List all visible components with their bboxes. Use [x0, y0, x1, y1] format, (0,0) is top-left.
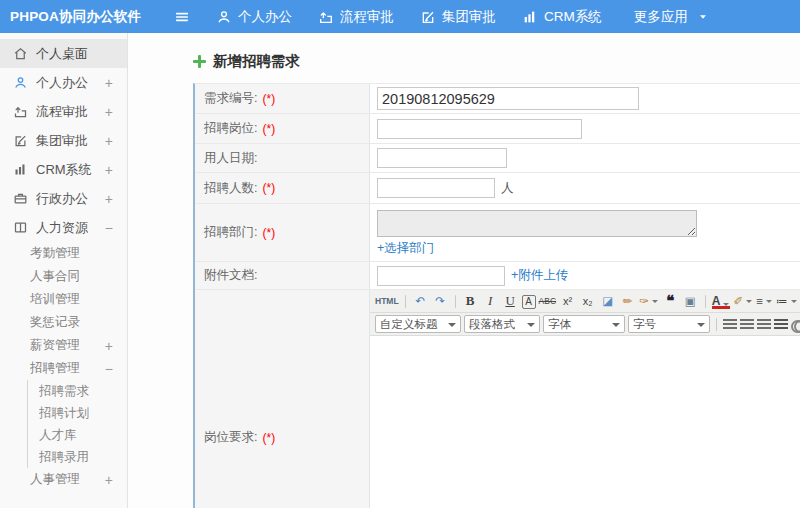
department-textarea[interactable] — [377, 210, 697, 237]
underline-button[interactable]: U — [502, 292, 519, 311]
sidebar-item-contract[interactable]: 人事合同 — [0, 265, 127, 288]
sidebar-item-label: 招聘管理 — [30, 360, 80, 377]
requirements-value-cell: HTML ↶ ↷ B — [370, 290, 800, 508]
required-mark: (*) — [262, 92, 275, 106]
italic-button[interactable]: I — [482, 292, 499, 311]
nav-item-icon — [216, 8, 232, 24]
expand-toggle[interactable]: + — [105, 473, 113, 487]
form-row-position: 招聘岗位: (*) — [195, 114, 800, 144]
sidebar-item-talent-pool[interactable]: 人才库 — [27, 424, 127, 446]
sidebar-item-label: 行政办公 — [36, 190, 88, 208]
label-text: 岗位要求: — [204, 429, 257, 446]
attachment-input[interactable] — [377, 266, 505, 286]
attachment-value-cell: +附件上传 — [370, 262, 800, 289]
form-row-date: 用人日期: — [195, 144, 800, 173]
separator — [455, 295, 456, 308]
font-family-select[interactable]: 字体 — [543, 315, 625, 333]
expand-toggle[interactable]: − — [105, 362, 113, 376]
align-center-button[interactable] — [740, 319, 754, 330]
label-text: 用人日期: — [204, 150, 257, 167]
font-size-select[interactable]: 字号 — [628, 315, 710, 333]
link-button[interactable] — [791, 320, 800, 329]
align-justify-button[interactable] — [774, 319, 788, 330]
expand-toggle[interactable]: + — [105, 192, 113, 206]
more-apps-caret[interactable] — [698, 9, 714, 24]
demand-no-input[interactable] — [377, 87, 639, 110]
required-mark: (*) — [262, 226, 275, 240]
sidebar-item-personnel[interactable]: 人事管理 + — [0, 468, 127, 491]
sidebar-item-icon — [13, 220, 29, 235]
ordered-list-button[interactable]: ≡ — [756, 292, 773, 311]
editor-toolbar-row2: 自定义标题 段落格式 字体 字号 — [370, 313, 800, 336]
demand-no-label: 需求编号: (*) — [195, 84, 370, 113]
date-input[interactable] — [377, 148, 507, 168]
nav-item-label: 个人办公 — [238, 8, 292, 26]
sidebar-item-desktop[interactable]: 个人桌面 — [0, 39, 127, 68]
paint-button[interactable]: ✑ — [639, 292, 659, 311]
sidebar-item-label: 培训管理 — [30, 291, 80, 308]
sidebar-item-recruit-hire[interactable]: 招聘录用 — [27, 446, 127, 468]
format-painter-button[interactable]: ✏ — [619, 292, 636, 311]
label-text: 需求编号: — [204, 90, 257, 107]
editor-body[interactable] — [370, 336, 800, 508]
sidebar-item-recruit-demand[interactable]: 招聘需求 — [27, 380, 127, 402]
app-logo[interactable]: PHPOA协同办公软件 — [0, 8, 128, 26]
nav-group-approval[interactable]: 集团审批 — [420, 8, 496, 26]
attachment-upload-link[interactable]: +附件上传 — [511, 267, 568, 284]
position-input[interactable] — [377, 119, 582, 139]
redo-button[interactable]: ↷ — [432, 292, 449, 311]
heading-select[interactable]: 自定义标题 — [375, 315, 461, 333]
sidebar-item-group-approval[interactable]: 集团审批 + — [0, 126, 127, 155]
nav-item-label: 集团审批 — [442, 8, 496, 26]
sidebar-item-attendance[interactable]: 考勤管理 — [0, 242, 127, 265]
eraser-button[interactable]: ◪ — [599, 292, 616, 311]
char-border-button[interactable]: A — [522, 295, 536, 309]
required-mark: (*) — [262, 181, 275, 195]
expand-toggle[interactable]: + — [105, 76, 113, 90]
expand-toggle[interactable]: + — [105, 163, 113, 177]
nav-personal-office[interactable]: 个人办公 — [216, 8, 292, 26]
sidebar-item-label: 个人办公 — [36, 74, 88, 92]
required-mark: (*) — [262, 431, 275, 445]
sidebar-item-personal-office[interactable]: 个人办公 + — [0, 68, 127, 97]
blockquote-button[interactable]: ❝ — [662, 292, 679, 311]
undo-button[interactable]: ↶ — [412, 292, 429, 311]
expand-toggle[interactable]: − — [105, 221, 113, 235]
align-right-button[interactable] — [757, 319, 771, 330]
superscript-button[interactable]: x² — [559, 292, 576, 311]
date-value-cell — [370, 144, 800, 172]
headcount-input[interactable] — [377, 178, 495, 198]
select-department-link[interactable]: +选择部门 — [377, 240, 434, 257]
sidebar-item-recruit-mgmt[interactable]: 招聘管理 − — [0, 357, 127, 380]
sidebar: 个人桌面 个人办公 + 流程审批 + 集团审批 — [0, 33, 128, 508]
sidebar-item-label: 招聘需求 — [39, 383, 89, 400]
headcount-unit: 人 — [501, 180, 514, 197]
unordered-list-button[interactable]: ≔ — [776, 292, 798, 311]
bold-button[interactable]: B — [462, 292, 479, 311]
paragraph-select[interactable]: 段落格式 — [464, 315, 540, 333]
expand-toggle[interactable]: + — [105, 134, 113, 148]
sidebar-item-recruit-plan[interactable]: 招聘计划 — [27, 402, 127, 424]
nav-workflow-approval[interactable]: 流程审批 — [318, 8, 394, 26]
sidebar-item-label: 人事管理 — [30, 471, 80, 488]
expand-toggle[interactable]: + — [105, 105, 113, 119]
sidebar-item-admin-office[interactable]: 行政办公 + — [0, 184, 127, 213]
sidebar-item-rewards[interactable]: 奖惩记录 — [0, 311, 127, 334]
rich-text-editor: HTML ↶ ↷ B — [370, 290, 800, 508]
subscript-button[interactable]: x₂ — [579, 292, 596, 311]
nav-more-apps[interactable]: 更多应用 — [628, 8, 688, 26]
sidebar-item-crm[interactable]: CRM系统 + — [0, 155, 127, 184]
menu-toggle-button[interactable] — [174, 9, 190, 25]
strikethrough-button[interactable]: ABC — [539, 292, 556, 311]
align-left-button[interactable] — [723, 319, 737, 330]
expand-toggle[interactable]: + — [105, 339, 113, 353]
nav-crm-system[interactable]: CRM系统 — [522, 8, 602, 26]
sidebar-item-salary[interactable]: 薪资管理 + — [0, 334, 127, 357]
sidebar-item-workflow[interactable]: 流程审批 + — [0, 97, 127, 126]
sidebar-item-hr[interactable]: 人力资源 − — [0, 213, 127, 242]
font-color-button[interactable]: A — [712, 295, 731, 309]
clipboard-button[interactable]: ▣ — [682, 292, 699, 311]
highlight-button[interactable]: ✐ — [733, 292, 753, 311]
source-button[interactable]: HTML — [375, 292, 399, 311]
sidebar-item-training[interactable]: 培训管理 — [0, 288, 127, 311]
